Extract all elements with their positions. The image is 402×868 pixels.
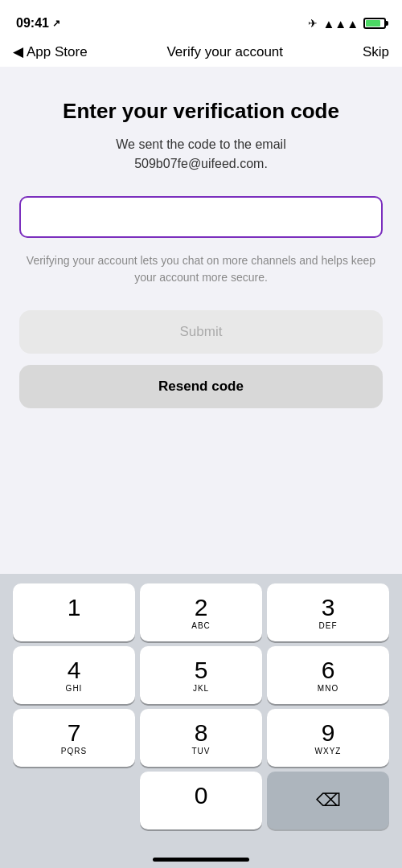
- wifi-icon: ▲▲▲: [322, 17, 359, 31]
- time-display: 09:41: [16, 16, 49, 31]
- status-time: 09:41 ↗: [16, 16, 60, 31]
- submit-button[interactable]: Submit: [19, 310, 383, 354]
- main-content: Enter your verification code We sent the…: [0, 67, 402, 574]
- key-0[interactable]: 0: [140, 772, 262, 829]
- status-bar: 09:41 ↗ ✈ ▲▲▲: [0, 0, 402, 40]
- key-3[interactable]: 3 DEF: [267, 583, 389, 641]
- home-bar: [153, 858, 249, 862]
- keyboard: 1 2 ABC 3 DEF 4 GHI 5 JKL 6 MNO 7 PQRS: [0, 574, 402, 841]
- code-input-wrapper: [19, 196, 383, 238]
- key-5[interactable]: 5 JKL: [140, 646, 262, 704]
- delete-key[interactable]: ⌫: [267, 772, 389, 829]
- key-1[interactable]: 1: [13, 583, 135, 641]
- battery-fill: [366, 20, 380, 27]
- sub-text: We sent the code to the email 509b07fe@u…: [116, 135, 285, 174]
- main-heading: Enter your verification code: [63, 99, 339, 124]
- page-title: Verify your account: [166, 44, 283, 60]
- key-6[interactable]: 6 MNO: [267, 646, 389, 704]
- battery-icon: [363, 18, 386, 29]
- delete-icon: ⌫: [316, 790, 341, 811]
- key-8[interactable]: 8 TUV: [140, 709, 262, 767]
- key-4[interactable]: 4 GHI: [13, 646, 135, 704]
- verification-code-input[interactable]: [19, 196, 383, 238]
- sub-text-line2: 509b07fe@uifeed.com.: [134, 157, 268, 170]
- back-label: App Store: [27, 44, 88, 60]
- helper-text: Verifying your account lets you chat on …: [19, 252, 383, 286]
- key-7[interactable]: 7 PQRS: [13, 709, 135, 767]
- location-icon: ↗: [52, 18, 60, 29]
- skip-button[interactable]: Skip: [363, 44, 389, 60]
- back-chevron-icon: ◀: [13, 43, 23, 60]
- home-indicator: [0, 841, 402, 868]
- status-icons: ✈ ▲▲▲: [308, 17, 386, 31]
- back-button[interactable]: ◀ App Store: [13, 43, 88, 60]
- keyboard-row-1: 1 2 ABC 3 DEF: [3, 583, 399, 641]
- keyboard-row-3: 7 PQRS 8 TUV 9 WXYZ: [3, 709, 399, 767]
- keyboard-row-4: 0 ⌫: [3, 772, 399, 829]
- sub-text-line1: We sent the code to the email: [116, 137, 285, 151]
- airplane-icon: ✈: [308, 17, 318, 30]
- keyboard-row-2: 4 GHI 5 JKL 6 MNO: [3, 646, 399, 704]
- nav-bar: ◀ App Store Verify your account Skip: [0, 40, 402, 67]
- key-2[interactable]: 2 ABC: [140, 583, 262, 641]
- key-9[interactable]: 9 WXYZ: [267, 709, 389, 767]
- resend-code-button[interactable]: Resend code: [19, 365, 383, 408]
